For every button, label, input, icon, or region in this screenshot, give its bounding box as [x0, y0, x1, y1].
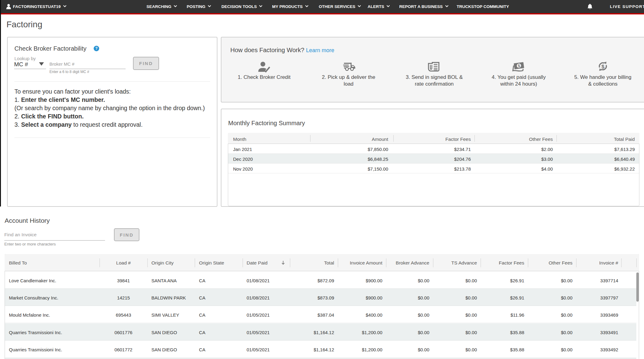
svg-text:$: $ [602, 64, 605, 70]
svg-text:?: ? [95, 46, 98, 51]
